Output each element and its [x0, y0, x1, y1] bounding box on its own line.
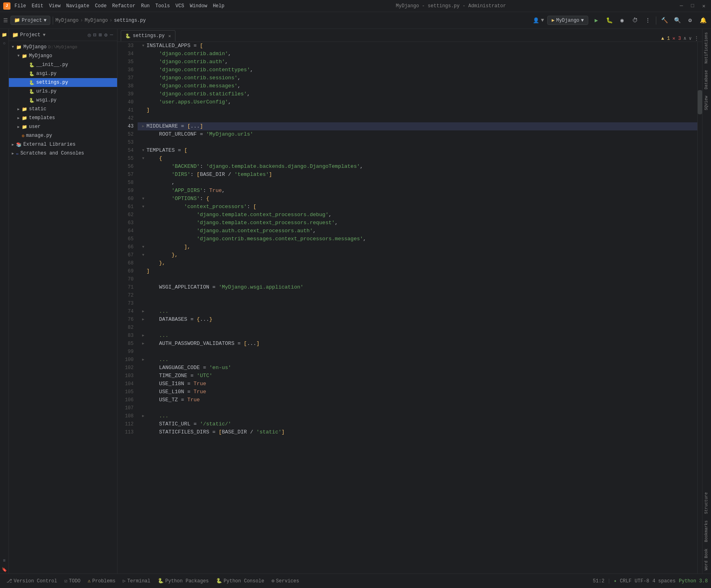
run-button[interactable]: ▶ — [591, 16, 601, 25]
problems-tab[interactable]: ⚠ Problems — [84, 577, 119, 585]
breadcrumb-mydjango[interactable]: MyDjango — [84, 18, 108, 23]
menu-view[interactable]: View — [49, 3, 61, 9]
sqview-panel-label[interactable]: SQView — [703, 93, 711, 113]
coverage-button[interactable]: ◉ — [617, 16, 627, 25]
minimize-button[interactable]: ─ — [678, 2, 686, 10]
code-editor[interactable]: ▼ INSTALLED_APPS = [ 'django.contrib.adm… — [138, 42, 697, 574]
locate-icon[interactable]: ◎ — [87, 31, 92, 39]
version-control-tab[interactable]: ⎇ Version Control — [3, 577, 60, 585]
expand-all-icon[interactable]: ⊞ — [98, 31, 103, 39]
code-line-58: , — [138, 179, 697, 187]
tree-item-asgi[interactable]: 🐍 asgi.py — [9, 69, 117, 78]
more-run-options[interactable]: ⋮ — [643, 16, 653, 25]
services-tab[interactable]: ⚙ Services — [268, 577, 303, 585]
structure-icon-left[interactable]: ≡ — [0, 557, 8, 565]
debug-button[interactable]: 🐛 — [604, 16, 614, 25]
menu-tools[interactable]: Tools — [155, 3, 170, 9]
tab-settings[interactable]: 🐍 settings.py ✕ — [121, 30, 175, 41]
fold-55[interactable]: ▼ — [141, 155, 146, 163]
fold-100[interactable]: ▶ — [141, 356, 146, 364]
search-everywhere-button[interactable]: 🔍 — [672, 16, 682, 25]
tree-item-user[interactable]: ▶ 📁 user — [9, 122, 117, 131]
panel-dropdown-arrow[interactable]: ▼ — [43, 33, 45, 37]
tree-item-urls[interactable]: 🐍 urls.py — [9, 87, 117, 96]
nav-up-icon[interactable]: ∧ — [684, 35, 686, 41]
menu-file[interactable]: File — [14, 3, 26, 9]
fold-83[interactable]: ▶ — [141, 332, 146, 340]
fold-66[interactable]: ▼ — [141, 243, 146, 251]
bookmarks-icon[interactable]: 🔖 — [0, 565, 8, 574]
fold-61[interactable]: ▼ — [141, 203, 146, 211]
menu-refactor[interactable]: Refactor — [112, 3, 136, 9]
scrollbar-thumb[interactable] — [698, 90, 702, 114]
notifications-button[interactable]: 🔔 — [698, 16, 708, 25]
tree-item-settings[interactable]: 🐍 settings.py — [9, 78, 117, 87]
python-packages-tab[interactable]: 🐍 Python Packages — [155, 577, 212, 585]
nav-down-icon[interactable]: ∨ — [689, 35, 692, 41]
profile-button[interactable]: ⏱ — [630, 16, 640, 25]
tree-item-manage[interactable]: ⚙ manage.py — [9, 131, 117, 140]
tree-item-static[interactable]: ▶ 📁 static — [9, 105, 117, 113]
manage-icon: ⚙ — [22, 133, 25, 138]
fold-60[interactable]: ▼ — [141, 195, 146, 203]
breadcrumb-mydjango-root[interactable]: MyDjango — [56, 18, 79, 23]
menu-navigate[interactable]: Navigate — [66, 3, 89, 9]
line-endings[interactable]: CRLF — [620, 578, 632, 584]
panel-settings-icon[interactable]: ⚙ — [103, 31, 108, 39]
tab-close-button[interactable]: ✕ — [168, 33, 171, 39]
menu-vcs[interactable]: VCS — [175, 3, 184, 9]
panel-hide-icon[interactable]: — — [109, 31, 114, 39]
maximize-button[interactable]: □ — [688, 2, 697, 10]
structure-panel-label[interactable]: Structure — [703, 489, 711, 517]
charset[interactable]: UTF-8 — [635, 578, 649, 584]
run-configuration[interactable]: ▶ MyDjango ▼ — [547, 16, 588, 25]
indent-info[interactable]: 4 spaces — [652, 578, 676, 584]
commit-icon[interactable]: ○ — [0, 39, 8, 47]
build-button[interactable]: 🔨 — [659, 16, 669, 25]
notifications-panel-label[interactable]: Notifications — [703, 29, 711, 67]
user-dropdown-arrow[interactable]: ▼ — [541, 17, 544, 23]
menu-edit[interactable]: Edit — [32, 3, 43, 9]
scrollbar[interactable] — [697, 42, 702, 574]
fold-67[interactable]: ▼ — [141, 251, 146, 259]
fold-54[interactable]: ▼ — [141, 146, 146, 155]
tree-item-init[interactable]: 🐍 __init__.py — [9, 60, 117, 69]
terminal-tab[interactable]: ▷ Terminal — [120, 577, 154, 585]
menu-help[interactable]: Help — [213, 3, 225, 9]
bookmarks-panel-label[interactable]: Bookmarks — [703, 517, 711, 545]
tree-item-mydjango[interactable]: ▼ 📁 MyDjango — [9, 52, 117, 60]
user-icon[interactable]: 👤 — [533, 17, 539, 24]
position-indicator[interactable]: 51:2 — [593, 578, 604, 584]
sidebar-toggle-icon[interactable]: ☰ — [3, 17, 8, 24]
breadcrumb-settings[interactable]: settings.py — [114, 18, 146, 23]
close-button[interactable]: ✕ — [700, 2, 708, 10]
tree-item-wsgi[interactable]: 🐍 wsgi.py — [9, 96, 117, 105]
menu-window[interactable]: Window — [190, 3, 207, 9]
tree-item-scratches[interactable]: ▶ ✏ Scratches and Consoles — [9, 149, 117, 158]
tree-item-mydjango-root[interactable]: ▼ 📁 MyDjango D:\MyDjango — [9, 43, 117, 52]
collapse-all-icon[interactable]: ⊟ — [93, 31, 97, 39]
project-icon[interactable]: 📁 — [0, 31, 8, 39]
menu-run[interactable]: Run — [141, 3, 150, 9]
toolbar: ☰ 📁 Project ▼ MyDjango › MyDjango › sett… — [0, 12, 711, 29]
database-panel-label[interactable]: Database — [703, 67, 711, 93]
tab-more-icon[interactable]: ⋮ — [694, 35, 699, 41]
git-branch-icon[interactable]: ✦ — [614, 578, 616, 584]
python-console-tab[interactable]: 🐍 Python Console — [213, 577, 268, 585]
fold-33[interactable]: ▼ — [141, 42, 146, 50]
todo-tab[interactable]: ☑ TODO — [61, 577, 84, 585]
fold-74[interactable]: ▶ — [141, 307, 146, 316]
settings-button[interactable]: ⚙ — [685, 16, 695, 25]
fold-85[interactable]: ▶ — [141, 340, 146, 348]
project-dropdown[interactable]: 📁 Project ▼ — [10, 16, 50, 25]
title-bar: J File Edit View Navigate Code Refactor … — [0, 0, 711, 12]
python-version[interactable]: Python 3.8 — [679, 578, 708, 584]
tree-item-ext-lib[interactable]: ▶ 📚 External Libraries — [9, 140, 117, 149]
menu-code[interactable]: Code — [95, 3, 107, 9]
wordbook-panel-label[interactable]: Word Book — [703, 545, 711, 574]
fold-108[interactable]: ▶ — [141, 412, 146, 420]
fold-43[interactable]: ▶ — [141, 122, 146, 130]
main-area: 📁 ○ ≡ 🔖 📁 Project ▼ ◎ ⊟ ⊞ ⚙ — ▼ 📁 MyDjan… — [0, 29, 711, 574]
fold-76[interactable]: ▶ — [141, 316, 146, 324]
tree-item-templates[interactable]: ▶ 📁 templates — [9, 113, 117, 122]
